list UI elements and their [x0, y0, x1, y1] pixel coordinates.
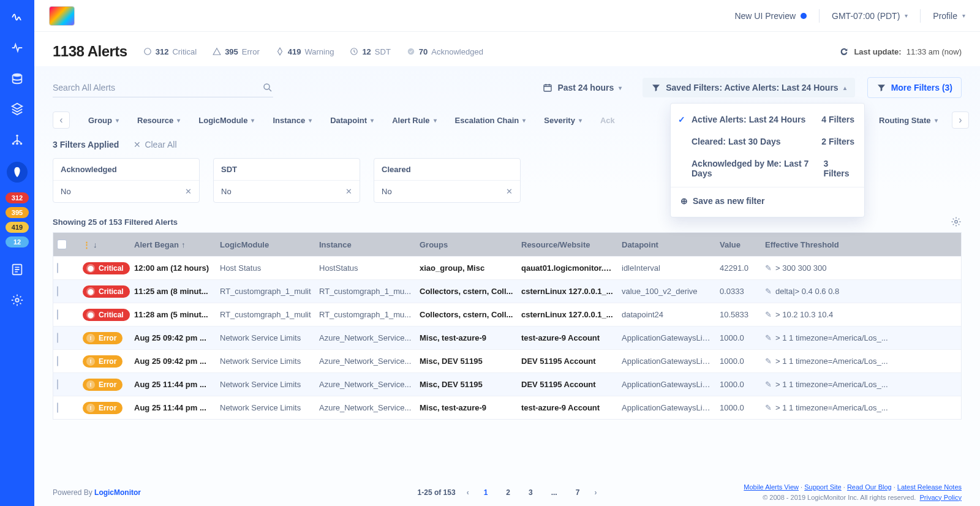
pencil-icon[interactable]: ✎	[765, 357, 772, 366]
nav-alerts-icon[interactable]	[7, 162, 28, 183]
pencil-icon[interactable]: ✎	[765, 380, 772, 389]
col-escalation[interactable]: Escalation Chain▾	[455, 116, 526, 125]
row-checkbox[interactable]	[57, 263, 58, 273]
nav-dashboards-icon[interactable]	[9, 39, 26, 56]
copyright: © 2008 - 2019 LogicMonitor Inc. All righ…	[763, 494, 916, 501]
header-threshold[interactable]: Effective Threshold	[761, 235, 896, 254]
cell-logicmodule: Network Service Limits	[216, 398, 315, 417]
saved-filters-dropdown[interactable]: Saved Filters: Active Alerts: Last 24 Ho…	[643, 78, 854, 97]
profile-dropdown[interactable]: Profile ▾	[933, 11, 965, 21]
pencil-icon[interactable]: ✎	[765, 287, 772, 296]
page-1[interactable]: 1	[480, 487, 492, 498]
topbar: New UI Preview GMT-07:00 (PDT) ▾ Profile…	[34, 0, 980, 32]
clear-all-button[interactable]: ✕ Clear All	[134, 140, 176, 149]
footer-link[interactable]: Read Our Blog	[847, 483, 892, 491]
more-filters-button[interactable]: More Filters (3)	[867, 77, 962, 98]
company-logo[interactable]	[49, 6, 75, 26]
col-group[interactable]: Group▾	[88, 116, 119, 125]
time-range-dropdown[interactable]: Past 24 hours ▾	[534, 78, 630, 97]
alerts-table: ⋮↓ Alert Began ↑ LogicModule Instance Gr…	[53, 232, 962, 420]
page-prev-button[interactable]: ‹	[467, 488, 469, 497]
logo-icon[interactable]	[9, 9, 26, 26]
table-row[interactable]: !ErrorAug 25 09:42 pm ...Network Service…	[53, 349, 961, 372]
col-logicmodule[interactable]: LogicModule▾	[198, 116, 254, 125]
table-row[interactable]: !ErrorAug 25 11:44 pm ...Network Service…	[53, 396, 961, 419]
row-checkbox[interactable]	[57, 356, 58, 366]
cell-threshold: ✎> 1 1 timezone=America/Los_...	[761, 398, 896, 417]
saved-filter-option[interactable]: Acknowledged by Me: Last 7 Days 3 Filter…	[671, 153, 864, 184]
row-checkbox[interactable]	[57, 333, 58, 343]
save-new-filter[interactable]: ⊕ Save as new filter	[671, 190, 864, 212]
stat-num: 419	[288, 47, 301, 56]
row-checkbox[interactable]	[57, 309, 58, 320]
col-ack[interactable]: Ack	[600, 116, 615, 125]
footer-link[interactable]: Latest Release Notes	[897, 483, 962, 491]
header-lm[interactable]: LogicModule	[216, 235, 315, 254]
table-row[interactable]: !ErrorAug 25 09:42 pm ...Network Service…	[53, 326, 961, 349]
header-sort[interactable]: ⋮↓	[79, 235, 130, 254]
remove-filter-button[interactable]: ✕	[506, 187, 513, 196]
table-row[interactable]: !ErrorAug 25 11:44 pm ...Network Service…	[53, 372, 961, 396]
table-row[interactable]: ⬤Critical12:00 am (12 hours)Host StatusH…	[53, 256, 961, 279]
pencil-icon[interactable]: ✎	[765, 333, 772, 342]
privacy-link[interactable]: Privacy Policy	[920, 494, 962, 501]
remove-filter-button[interactable]: ✕	[185, 187, 192, 196]
remove-filter-button[interactable]: ✕	[345, 187, 352, 196]
header-instance[interactable]: Instance	[315, 235, 416, 254]
timezone-dropdown[interactable]: GMT-07:00 (PDT) ▾	[832, 11, 908, 21]
cell-datapoint: ApplicationGatewaysLimit	[618, 328, 716, 347]
col-datapoint[interactable]: Datapoint▾	[330, 116, 374, 125]
footer-link[interactable]: Mobile Alerts View	[744, 483, 799, 491]
col-routing[interactable]: Routing State▾	[879, 116, 938, 125]
header-groups[interactable]: Groups	[416, 235, 518, 254]
row-checkbox[interactable]	[57, 286, 58, 296]
page-last[interactable]: 7	[572, 487, 584, 498]
table-settings-button[interactable]	[951, 216, 962, 227]
new-ui-toggle[interactable]: New UI Preview	[734, 11, 807, 21]
badge-warning[interactable]: 419	[6, 222, 29, 233]
chevron-down-icon: ▾	[371, 117, 374, 124]
select-all-checkbox[interactable]	[57, 240, 67, 249]
nav-mapping-icon[interactable]	[9, 131, 26, 148]
cell-datapoint: value_100_v2_derive	[618, 282, 716, 301]
col-severity[interactable]: Severity▾	[544, 116, 582, 125]
col-resource[interactable]: Resource▾	[137, 116, 180, 125]
badge-critical[interactable]: 312	[6, 192, 29, 203]
stat-num: 312	[156, 47, 169, 56]
last-update[interactable]: Last update: 11:33 am (now)	[839, 47, 962, 56]
header-resource[interactable]: Resource/Website	[518, 235, 618, 254]
cell-instance: RT_customgraph_1_mu...	[315, 305, 416, 324]
row-checkbox[interactable]	[57, 379, 58, 390]
nav-reports-icon[interactable]	[9, 261, 26, 278]
col-instance[interactable]: Instance▾	[273, 116, 312, 125]
row-checkbox[interactable]	[57, 402, 58, 413]
search-input[interactable]	[53, 83, 262, 93]
page-next-button[interactable]: ›	[594, 488, 597, 497]
saved-filter-option[interactable]: ✓ Active Alerts: Last 24 Hours 4 Filters	[671, 108, 864, 130]
nav-settings-icon[interactable]	[9, 292, 26, 309]
pencil-icon[interactable]: ✎	[765, 403, 772, 412]
cell-instance: Azure_Network_Service...	[315, 352, 416, 371]
scroll-right-button[interactable]: ›	[952, 111, 969, 129]
badge-error[interactable]: 395	[6, 207, 29, 218]
sort-down-icon: ↓	[93, 240, 97, 249]
header-datapoint[interactable]: Datapoint	[618, 235, 716, 254]
table-row[interactable]: ⬤Critical11:28 am (5 minut...RT_customgr…	[53, 303, 961, 326]
pencil-icon[interactable]: ✎	[765, 310, 772, 319]
table-row[interactable]: ⬤Critical11:25 am (8 minut...RT_customgr…	[53, 279, 961, 303]
nav-resources-icon[interactable]	[9, 70, 26, 87]
page-2[interactable]: 2	[502, 487, 514, 498]
header-began[interactable]: Alert Began ↑	[130, 235, 216, 254]
stat-label: Acknowledged	[431, 47, 483, 56]
nav-services-icon[interactable]	[9, 100, 26, 118]
footer-link[interactable]: Support Site	[804, 483, 842, 491]
scroll-left-button[interactable]: ‹	[53, 111, 70, 129]
badge-sdt[interactable]: 12	[6, 236, 29, 247]
header-value[interactable]: Value	[716, 235, 761, 254]
page-3[interactable]: 3	[525, 487, 537, 498]
pencil-icon[interactable]: ✎	[765, 263, 772, 273]
cell-logicmodule: Host Status	[216, 259, 315, 278]
col-alertrule[interactable]: Alert Rule▾	[392, 116, 436, 125]
saved-filter-option[interactable]: Cleared: Last 30 Days 2 Filters	[671, 130, 864, 153]
filter-bar: Past 24 hours ▾ Saved Filters: Active Al…	[53, 77, 962, 98]
